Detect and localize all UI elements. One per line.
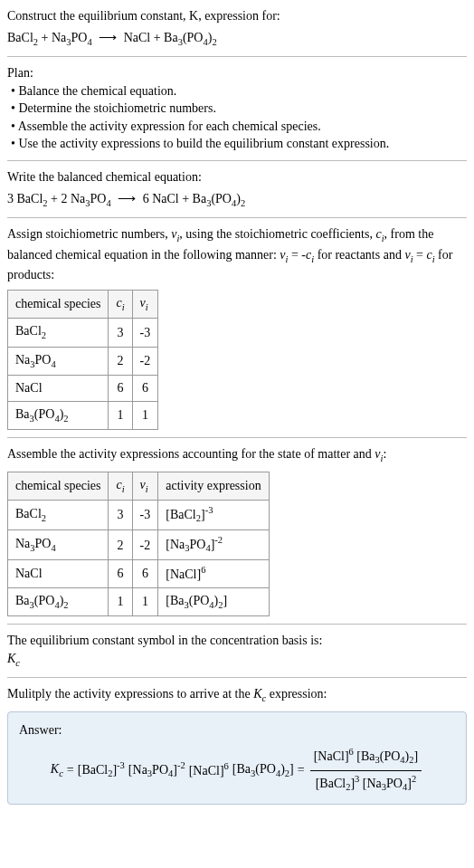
symbol-section: The equilibrium constant symbol in the c… bbox=[7, 632, 467, 670]
prompt-text: Construct the equilibrium constant, K, e… bbox=[7, 9, 280, 23]
table-header-row: chemical species ci νi bbox=[8, 290, 158, 318]
activity-section: Assemble the activity expressions accoun… bbox=[7, 445, 467, 616]
answer-box: Answer: Kc = [BaCl2]-3 [Na3PO4]-2 [NaCl]… bbox=[7, 711, 467, 805]
table-row: Na3PO4 2 -2 bbox=[8, 347, 158, 375]
col-ci: ci bbox=[109, 472, 132, 500]
fraction: [NaCl]6 [Ba3(PO4)2] [BaCl2]3 [Na3PO4]2 bbox=[310, 746, 422, 794]
symbol-line: The equilibrium constant symbol in the c… bbox=[7, 632, 467, 650]
header-section: Construct the equilibrium constant, K, e… bbox=[7, 7, 467, 49]
table-row: NaCl 6 6 bbox=[8, 376, 158, 402]
col-species: chemical species bbox=[8, 472, 109, 500]
stoich-table: chemical species ci νi BaCl2 3 -3 Na3PO4… bbox=[7, 290, 158, 431]
balanced-equation: 3 BaCl2 + 2 Na3PO4 ⟶ 6 NaCl + Ba3(PO4)2 bbox=[7, 190, 467, 210]
divider bbox=[7, 437, 467, 438]
divider bbox=[7, 624, 467, 625]
col-activity: activity expression bbox=[158, 472, 269, 500]
unbalanced-equation: BaCl2 + Na3PO4 ⟶ NaCl + Ba3(PO4)2 bbox=[7, 29, 467, 49]
col-nui: νi bbox=[132, 472, 158, 500]
table-row: BaCl2 3 -3 [BaCl2]-3 bbox=[8, 501, 270, 530]
stoich-section: Assign stoichiometric numbers, νi, using… bbox=[7, 225, 467, 430]
table-row: Ba3(PO4)2 1 1 [Ba3(PO4)2] bbox=[8, 587, 270, 615]
balanced-section: Write the balanced chemical equation: 3 … bbox=[7, 168, 467, 210]
denominator: [BaCl2]3 [Na3PO4]2 bbox=[312, 771, 420, 795]
plan-title: Plan: bbox=[7, 64, 467, 82]
table-row: Ba3(PO4)2 1 1 bbox=[8, 401, 158, 429]
col-ci: ci bbox=[109, 290, 132, 318]
answer-label: Answer: bbox=[19, 721, 455, 739]
plan-bullet-3: • Assemble the activity expression for e… bbox=[7, 118, 467, 136]
plan-section: Plan: • Balance the chemical equation. •… bbox=[7, 64, 467, 153]
multiply-section: Mulitply the activity expressions to arr… bbox=[7, 685, 467, 804]
kc-expression: Kc = [BaCl2]-3 [Na3PO4]-2 [NaCl]6 [Ba3(P… bbox=[19, 746, 455, 794]
plan-bullet-4: • Use the activity expressions to build … bbox=[7, 135, 467, 153]
table-row: NaCl 6 6 [NaCl]6 bbox=[8, 560, 270, 587]
arrow-icon: ⟶ bbox=[92, 31, 124, 44]
divider bbox=[7, 217, 467, 218]
arrow-icon: ⟶ bbox=[111, 192, 143, 205]
activity-intro: Assemble the activity expressions accoun… bbox=[7, 445, 467, 465]
activity-table: chemical species ci νi activity expressi… bbox=[7, 472, 270, 617]
balanced-title: Write the balanced chemical equation: bbox=[7, 168, 467, 186]
divider bbox=[7, 160, 467, 161]
divider bbox=[7, 56, 467, 57]
col-species: chemical species bbox=[8, 290, 109, 318]
table-row: BaCl2 3 -3 bbox=[8, 319, 158, 347]
table-header-row: chemical species ci νi activity expressi… bbox=[8, 472, 270, 500]
plan-bullet-2: • Determine the stoichiometric numbers. bbox=[7, 100, 467, 118]
numerator: [NaCl]6 [Ba3(PO4)2] bbox=[310, 746, 422, 770]
kc-symbol: Kc bbox=[7, 650, 467, 670]
col-nui: νi bbox=[132, 290, 158, 318]
stoich-intro: Assign stoichiometric numbers, νi, using… bbox=[7, 225, 467, 284]
divider bbox=[7, 677, 467, 678]
plan-bullet-1: • Balance the chemical equation. bbox=[7, 82, 467, 100]
prompt-line: Construct the equilibrium constant, K, e… bbox=[7, 7, 467, 25]
multiply-line: Mulitply the activity expressions to arr… bbox=[7, 685, 467, 705]
table-row: Na3PO4 2 -2 [Na3PO4]-2 bbox=[8, 530, 270, 560]
